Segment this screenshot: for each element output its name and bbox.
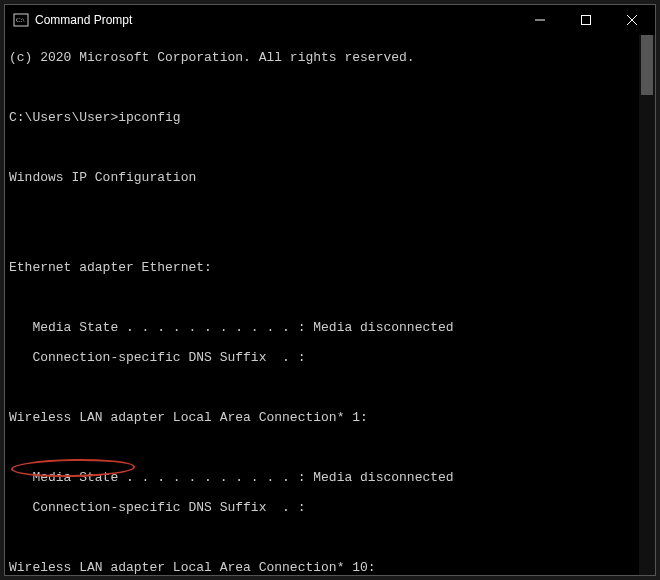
scrollbar[interactable]	[639, 35, 655, 575]
minimize-button[interactable]	[517, 5, 563, 35]
svg-text:C:\: C:\	[16, 16, 25, 24]
ethernet-media: Media State . . . . . . . . . . . : Medi…	[9, 320, 635, 335]
wlan1-media: Media State . . . . . . . . . . . : Medi…	[9, 470, 635, 485]
close-button[interactable]	[609, 5, 655, 35]
svg-rect-3	[582, 16, 591, 25]
ipconfig-header: Windows IP Configuration	[9, 170, 635, 185]
maximize-button[interactable]	[563, 5, 609, 35]
terminal-area: (c) 2020 Microsoft Corporation. All righ…	[5, 35, 655, 575]
copyright-line: (c) 2020 Microsoft Corporation. All righ…	[9, 50, 635, 65]
command-prompt-window: C:\ Command Prompt (c) 2020 Microsoft Co…	[4, 4, 656, 576]
ethernet-dns: Connection-specific DNS Suffix . :	[9, 350, 635, 365]
window-title: Command Prompt	[35, 13, 132, 27]
terminal-output[interactable]: (c) 2020 Microsoft Corporation. All righ…	[5, 35, 639, 575]
cmd-icon: C:\	[13, 12, 29, 28]
wlan1-title: Wireless LAN adapter Local Area Connecti…	[9, 410, 635, 425]
wlan10-title: Wireless LAN adapter Local Area Connecti…	[9, 560, 635, 575]
wlan1-dns: Connection-specific DNS Suffix . :	[9, 500, 635, 515]
prompt-line: C:\Users\User>ipconfig	[9, 110, 635, 125]
ethernet-title: Ethernet adapter Ethernet:	[9, 260, 635, 275]
titlebar[interactable]: C:\ Command Prompt	[5, 5, 655, 35]
scrollbar-thumb[interactable]	[641, 35, 653, 95]
